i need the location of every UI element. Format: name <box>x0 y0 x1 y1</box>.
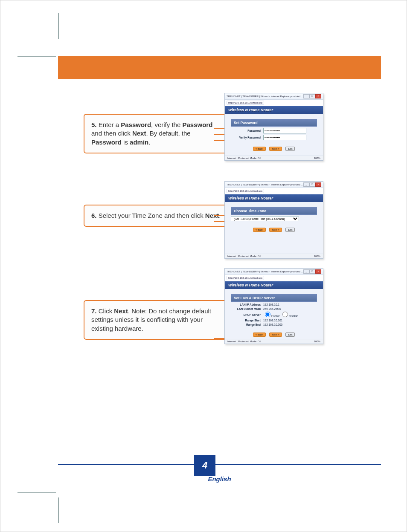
address-bar[interactable]: http://192.168.10.1/wizard.asp <box>225 275 323 281</box>
router-header: Wireless N Home Router <box>225 194 323 202</box>
step-number: 5. <box>91 121 97 128</box>
subnet-mask-value: 255.255.255.0 <box>263 307 317 310</box>
verify-password-label: Verify Password <box>231 136 263 139</box>
lan-ip-label: LAN IP Address <box>231 303 263 306</box>
screenshot-time-zone: TRENDNET | TEW-652BRP | Wizard - Interne… <box>224 181 323 259</box>
back-button[interactable]: < Back <box>253 147 266 151</box>
window-title: TRENDNET | TEW-652BRP | Wizard - Interne… <box>227 95 303 98</box>
zoom-text: 100% <box>314 157 320 159</box>
dhcp-server-row: DHCP Server Enable Disable <box>231 312 317 318</box>
address-bar[interactable]: http://192.168.10.1/wizard.asp <box>225 188 323 194</box>
window-buttons: _ □ × <box>303 182 321 187</box>
enable-label: Enable <box>271 315 280 318</box>
crop-mark <box>17 56 56 57</box>
next-button[interactable]: Next > <box>269 147 282 151</box>
section-title: Set Password <box>231 119 317 127</box>
window-titlebar: TRENDNET | TEW-652BRP | Wizard - Interne… <box>225 182 323 188</box>
crop-mark <box>17 492 56 493</box>
panel-body: Set LAN & DHCP Server LAN IP Address 192… <box>225 289 323 339</box>
zoom-text: 100% <box>314 340 320 343</box>
page-number: 4 <box>202 460 207 471</box>
range-start-row: Range Start 192.168.10.101 <box>231 319 317 322</box>
crop-mark <box>58 13 59 39</box>
screenshot-lan-dhcp: TRENDNET | TEW-652BRP | Wizard - Interne… <box>224 268 323 344</box>
verify-password-row: Verify Password <box>231 135 317 140</box>
minimize-icon[interactable]: _ <box>303 269 309 274</box>
exit-button[interactable]: Exit <box>285 147 295 151</box>
zoom-text: 100% <box>314 255 320 257</box>
maximize-icon[interactable]: □ <box>309 269 315 274</box>
range-end-value: 192.168.10.200 <box>263 323 317 326</box>
disable-label: Disable <box>289 315 298 318</box>
status-text: Internet | Protected Mode: Off <box>227 340 261 343</box>
verify-password-input[interactable] <box>263 135 306 140</box>
screenshot-set-password: TRENDNET | TEW-652BRP | Wizard - Interne… <box>224 93 323 161</box>
instruction-step-6: 6. Select your Time Zone and then click … <box>84 205 229 227</box>
status-bar: Internet | Protected Mode: Off 100% <box>225 156 323 160</box>
timezone-select[interactable]: (GMT-08:00) Pacific Time (US & Canada) <box>231 217 299 221</box>
subnet-mask-row: LAN Subnet Mask 255.255.255.0 <box>231 307 317 310</box>
minimize-icon[interactable]: _ <box>303 94 309 98</box>
range-start-label: Range Start <box>231 319 263 322</box>
window-titlebar: TRENDNET | TEW-652BRP | Wizard - Interne… <box>225 93 323 100</box>
page-language: English <box>58 475 381 483</box>
window-title: TRENDNET | TEW-652BRP | Wizard - Interne… <box>227 270 303 273</box>
password-input[interactable] <box>263 128 306 133</box>
wizard-nav: < Back Next > Exit <box>227 330 320 337</box>
step-number: 7. <box>91 307 97 315</box>
header-bar <box>58 56 381 79</box>
router-header: Wireless N Home Router <box>225 281 323 289</box>
step-text: Click Next. Note: Do not change default … <box>91 307 211 332</box>
manual-page: 5. Enter a Password, verify the Password… <box>0 0 407 532</box>
password-row: Password <box>231 128 317 133</box>
range-end-label: Range End <box>231 323 263 326</box>
address-bar[interactable]: http://192.168.10.1/wizard.asp <box>225 100 323 106</box>
section-title: Set LAN & DHCP Server <box>231 294 317 302</box>
range-end-row: Range End 192.168.10.200 <box>231 323 317 326</box>
back-button[interactable]: < Back <box>253 228 266 232</box>
lan-ip-value: 192.168.10.1 <box>263 303 317 306</box>
page-number-box: 4 <box>194 455 215 476</box>
back-button[interactable]: < Back <box>253 332 266 337</box>
next-button[interactable]: Next > <box>269 228 282 232</box>
wizard-nav: < Back Next > Exit <box>227 225 320 232</box>
next-button[interactable]: Next > <box>269 332 282 337</box>
url-text: http://192.168.10.1/wizard.asp <box>227 101 264 105</box>
panel-body: Set Password Password Verify Password < … <box>225 114 323 156</box>
timezone-row: (GMT-08:00) Pacific Time (US & Canada) <box>231 217 317 221</box>
dhcp-server-label: DHCP Server <box>231 313 263 316</box>
url-text: http://192.168.10.1/wizard.asp <box>227 189 264 193</box>
exit-button[interactable]: Exit <box>285 228 295 232</box>
status-bar: Internet | Protected Mode: Off 100% <box>225 339 323 344</box>
password-label: Password <box>231 129 263 132</box>
wizard-nav: < Back Next > Exit <box>227 144 320 151</box>
window-titlebar: TRENDNET | TEW-652BRP | Wizard - Interne… <box>225 269 323 275</box>
maximize-icon[interactable]: □ <box>309 182 315 187</box>
minimize-icon[interactable]: _ <box>303 182 309 187</box>
step-text: Enter a Password, verify the Password an… <box>91 121 212 146</box>
window-title: TRENDNET | TEW-652BRP | Wizard - Interne… <box>227 183 303 186</box>
instruction-step-7: 7. Click Next. Note: Do not change defau… <box>84 300 229 340</box>
subnet-mask-label: LAN Subnet Mask <box>231 307 263 310</box>
step-number: 6. <box>91 212 97 219</box>
close-icon[interactable]: × <box>315 94 321 98</box>
window-buttons: _ □ × <box>303 269 321 274</box>
panel-body: Choose Time Zone (GMT-08:00) Pacific Tim… <box>225 202 323 254</box>
dhcp-enable-radio[interactable] <box>265 312 270 317</box>
close-icon[interactable]: × <box>315 182 321 187</box>
section-title: Choose Time Zone <box>231 207 317 215</box>
footer-rule <box>58 464 381 465</box>
window-buttons: _ □ × <box>303 94 321 98</box>
crop-mark <box>58 497 59 523</box>
lan-ip-row: LAN IP Address 192.168.10.1 <box>231 303 317 306</box>
status-text: Internet | Protected Mode: Off <box>227 255 261 257</box>
exit-button[interactable]: Exit <box>285 332 295 337</box>
instruction-step-5: 5. Enter a Password, verify the Password… <box>84 114 229 153</box>
dhcp-options: Enable Disable <box>263 312 317 318</box>
close-icon[interactable]: × <box>315 269 321 274</box>
status-text: Internet | Protected Mode: Off <box>227 157 261 159</box>
url-text: http://192.168.10.1/wizard.asp <box>227 276 264 280</box>
dhcp-disable-radio[interactable] <box>282 312 288 317</box>
router-header: Wireless N Home Router <box>225 106 323 114</box>
maximize-icon[interactable]: □ <box>309 94 315 98</box>
